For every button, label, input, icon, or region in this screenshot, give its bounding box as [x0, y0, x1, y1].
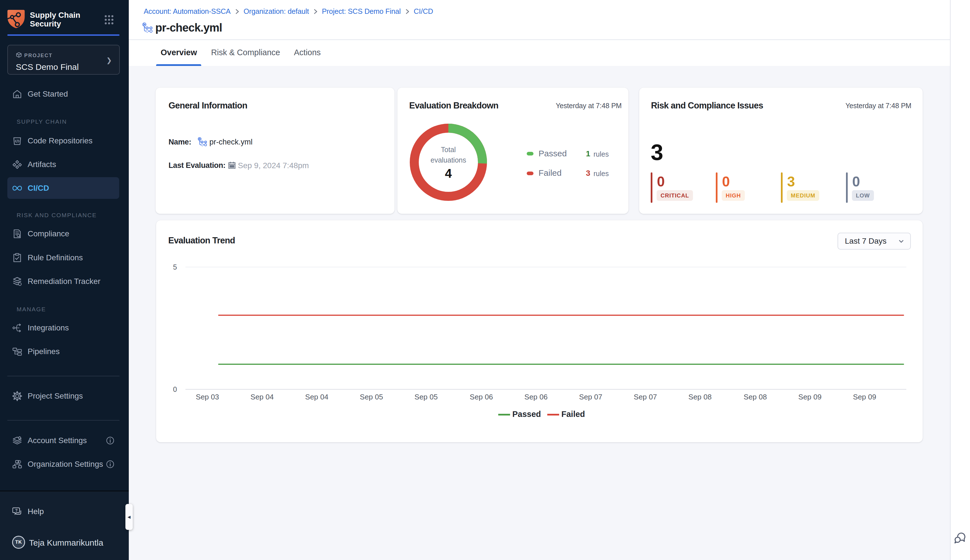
svg-text:?: ? [15, 508, 17, 513]
